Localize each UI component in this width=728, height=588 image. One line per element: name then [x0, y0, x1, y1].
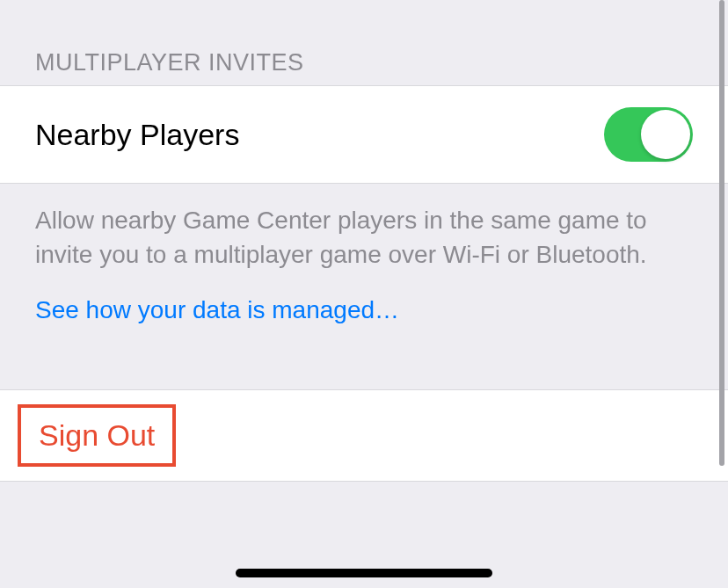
toggle-knob — [641, 110, 690, 159]
sign-out-highlight-box: Sign Out — [18, 404, 176, 467]
nearby-players-description: Allow nearby Game Center players in the … — [0, 184, 728, 272]
nearby-players-label: Nearby Players — [35, 118, 239, 152]
sign-out-row[interactable]: Sign Out — [0, 389, 728, 482]
section-header-multiplayer-invites: MULTIPLAYER INVITES — [0, 0, 728, 85]
row-nearby-players[interactable]: Nearby Players — [0, 85, 728, 184]
scroll-indicator[interactable] — [719, 0, 724, 466]
nearby-players-toggle[interactable] — [604, 107, 693, 162]
sign-out-label: Sign Out — [39, 418, 155, 452]
data-management-link[interactable]: See how your data is managed… — [0, 272, 728, 324]
home-indicator[interactable] — [236, 569, 492, 577]
